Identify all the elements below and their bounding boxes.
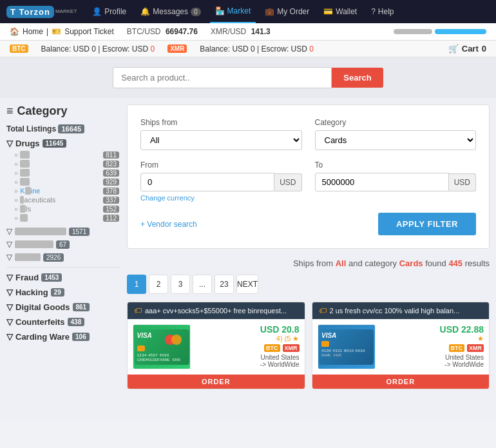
card-2-image: VISA 4100 4321 8010 0010 NAME 04/25 xyxy=(318,324,376,369)
pagination: 1 2 3 ... 23 NEXT xyxy=(127,275,490,294)
subcat-ketamine[interactable]: » K ine 378 xyxy=(14,187,119,195)
category-label: Category xyxy=(315,118,477,127)
search-button[interactable]: Search xyxy=(332,68,383,88)
ketamine-count: 378 xyxy=(103,188,119,195)
page-ellipsis-button[interactable]: ... xyxy=(193,275,212,294)
support-ticket-link[interactable]: Support Ticket xyxy=(64,27,114,36)
blurred1-count: 1571 xyxy=(69,228,90,236)
hacking-label: Hacking xyxy=(15,287,48,297)
category-group-blurred1[interactable]: ▽ 1571 xyxy=(6,227,119,236)
subcat-pharmaceuticals[interactable]: » aceuticals 337 xyxy=(14,196,119,204)
category-select[interactable]: All Cards Drugs Fraud xyxy=(315,130,477,150)
messages-badge: 0 xyxy=(191,8,201,16)
category-group-blurred3[interactable]: ▽ 2926 xyxy=(6,253,119,262)
nav-messages[interactable]: 🔔 Messages 0 xyxy=(135,0,205,23)
btc-tag-1: BTC xyxy=(264,344,280,352)
visa-card-visual-1: VISA 1234 4567 4560 CARDHOLDER NAME 03/0… xyxy=(135,329,189,365)
xmr-badge: XMR xyxy=(167,44,187,53)
to-input[interactable] xyxy=(315,173,449,191)
results-category: Cards xyxy=(399,258,423,268)
subcat-ecstasy[interactable]: » 929 xyxy=(14,178,119,186)
category-group-blurred2[interactable]: ▽ 67 xyxy=(6,240,119,249)
nav-my-order[interactable]: 💼 My Order xyxy=(260,0,314,23)
category-icon: ≡ xyxy=(6,104,14,118)
nav-profile[interactable]: 👤 Profile xyxy=(87,0,131,23)
nav-help-label: Help xyxy=(378,7,394,16)
page-next-button[interactable]: NEXT xyxy=(236,275,258,294)
category-fraud[interactable]: ▽ Fraud 1453 xyxy=(6,273,119,282)
progress-bar-1 xyxy=(394,29,432,34)
subcat-benzos[interactable]: » 811 xyxy=(14,151,119,159)
fraud-count: 1453 xyxy=(41,273,62,282)
steroids-count: 152 xyxy=(103,206,119,213)
logo[interactable]: T Torzon MARKET xyxy=(6,6,77,18)
bell-icon: 🔔 xyxy=(140,7,150,16)
subcat-cocaine[interactable]: » 639 xyxy=(14,169,119,177)
triangle-icon: ▽ xyxy=(6,139,13,148)
breadcrumb: 🏠 Home | 🎫 Support Ticket xyxy=(10,27,114,36)
logo-icon: T xyxy=(10,7,16,17)
from-input[interactable] xyxy=(140,173,274,191)
triangle-carding: ▽ xyxy=(6,332,13,342)
card-2-price: USD 22.88 xyxy=(381,324,484,335)
nav-my-order-label: My Order xyxy=(277,7,309,16)
visa-logo-2: VISA xyxy=(321,332,336,339)
page-23-button[interactable]: 23 xyxy=(215,275,234,294)
counterfeits-count: 438 xyxy=(68,318,85,326)
vendor-search-link[interactable]: + Vendor search xyxy=(140,220,197,229)
results-info: Ships from All and category Cards found … xyxy=(127,258,490,268)
change-currency-link[interactable]: Change currency xyxy=(140,194,195,202)
sidebar-title: ≡ Category xyxy=(6,104,119,118)
card-1-body: VISA 1234 4567 4560 CARDHOLDER NAME 03/0… xyxy=(128,319,305,375)
main-layout: ≡ Category Total Listings 16645 ▽ Drugs … xyxy=(0,98,496,420)
order-button-1[interactable]: ORDER xyxy=(128,375,305,389)
page-2-button[interactable]: 2 xyxy=(149,275,168,294)
nav-wallet[interactable]: 💳 Wallet xyxy=(318,0,362,23)
page-3-button[interactable]: 3 xyxy=(171,275,190,294)
subcat-steroids[interactable]: » ls 152 xyxy=(14,205,119,213)
apply-filter-button[interactable]: APPLY FILTER xyxy=(378,213,476,235)
progress-bar-2 xyxy=(435,29,486,34)
btc-balance: Balance: USD 0 xyxy=(41,44,96,54)
nav-market[interactable]: 🏪 Market xyxy=(210,0,256,23)
ships-from-select[interactable]: All United States United Kingdom Germany xyxy=(140,130,302,150)
drugs-count: 11645 xyxy=(43,139,67,148)
chip-1 xyxy=(137,346,145,351)
category-digital-goods[interactable]: ▽ Digital Goods 861 xyxy=(6,302,119,312)
digital-goods-count: 861 xyxy=(73,303,90,311)
blurred-header-1: ▽ 1571 xyxy=(6,227,119,236)
from-label: From xyxy=(140,161,302,170)
market-icon: 🏪 xyxy=(215,6,225,15)
counterfeits-label: Counterfeits xyxy=(15,317,65,327)
order-button-2[interactable]: ORDER xyxy=(312,375,490,389)
navbar: T Torzon MARKET 👤 Profile 🔔 Messages 0 🏪… xyxy=(0,0,496,23)
cart-count: 0 xyxy=(482,44,486,54)
category-carding-ware[interactable]: ▽ Carding Ware 106 xyxy=(6,332,119,342)
card-number-1: 1234 4567 4560 xyxy=(137,353,187,357)
card-holder-2: NAME 04/25 xyxy=(321,353,371,357)
category-group-drugs: ▽ Drugs 11645 » 811 » 823 » 639 xyxy=(6,139,119,222)
nav-help[interactable]: ? Help xyxy=(366,0,399,23)
results-all: All xyxy=(336,258,347,268)
card-2-title: 2 us fresh cvv/cc 100% valid high balan.… xyxy=(330,307,460,315)
cannabis-count: 823 xyxy=(103,161,119,168)
category-counterfeits[interactable]: ▽ Counterfeits 438 xyxy=(6,317,119,327)
xmr-value: 141.3 xyxy=(251,27,271,36)
category-hacking[interactable]: ▽ Hacking 29 xyxy=(6,287,119,297)
others-count: 112 xyxy=(103,215,119,222)
blurred-header-2: ▽ 67 xyxy=(6,240,119,249)
btc-pair-label: BTC/USD xyxy=(127,27,161,36)
blurred-label-3 xyxy=(15,253,41,261)
card-2-origin: United States xyxy=(445,354,484,361)
category-header-drugs[interactable]: ▽ Drugs 11645 xyxy=(6,139,119,148)
page-1-button[interactable]: 1 xyxy=(127,275,146,294)
ecstasy-count: 929 xyxy=(103,179,119,186)
subcat-others[interactable]: » 112 xyxy=(14,214,119,222)
home-link[interactable]: Home xyxy=(23,27,43,36)
topbar: 🏠 Home | 🎫 Support Ticket BTC/USD 66947.… xyxy=(0,23,496,41)
cart-section[interactable]: 🛒 Cart 0 xyxy=(448,44,486,54)
sidebar: ≡ Category Total Listings 16645 ▽ Drugs … xyxy=(6,104,119,414)
results-found: found xyxy=(425,258,446,268)
search-input[interactable] xyxy=(113,67,332,88)
subcat-cannabis[interactable]: » 823 xyxy=(14,160,119,168)
